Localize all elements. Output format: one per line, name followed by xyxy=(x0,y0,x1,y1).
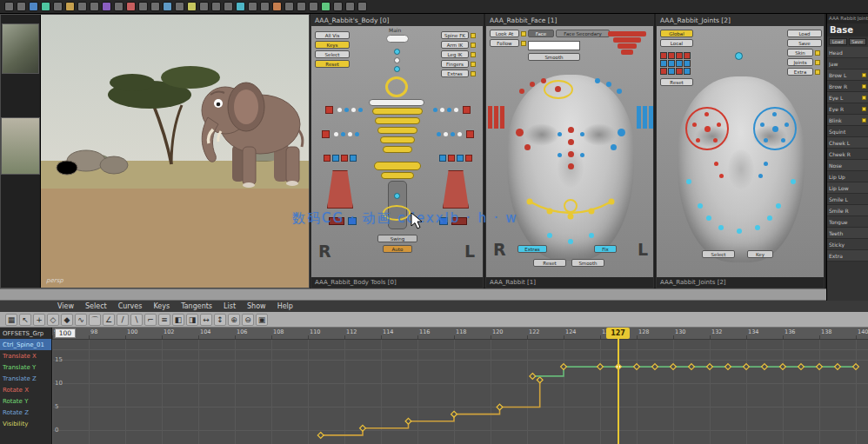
checkbox-icon[interactable] xyxy=(471,52,476,57)
jaw-joint[interactable] xyxy=(686,179,691,184)
joint-swatch[interactable] xyxy=(660,68,667,75)
joints-picker-canvas[interactable]: GlobalLocal Reset LoadSave SkinJointsExt… xyxy=(657,26,824,277)
finger-control[interactable] xyxy=(324,155,331,162)
reset-button[interactable]: Reset xyxy=(315,60,350,68)
joint-swatch[interactable] xyxy=(668,52,675,59)
face-picker-canvas[interactable]: Look AtFollow Face Face Secondary Smooth xyxy=(486,26,653,277)
channel-row[interactable]: Brow L xyxy=(827,70,868,81)
smile-joint-right[interactable] xyxy=(764,162,768,166)
picker-text-field[interactable] xyxy=(528,41,580,50)
follow-button[interactable]: Follow xyxy=(490,39,526,47)
translate-channel-curve[interactable] xyxy=(532,367,856,376)
channel-row[interactable]: Blink xyxy=(827,115,868,126)
menu-curves[interactable]: Curves xyxy=(118,302,143,310)
picker-title-bar[interactable]: AAA_Rabbit_Face [1] xyxy=(486,15,653,26)
shelf-icon-18[interactable] xyxy=(211,2,221,11)
keyframe-diamond[interactable] xyxy=(853,364,859,370)
keyframe-diamond[interactable] xyxy=(652,364,658,370)
keyframe-diamond[interactable] xyxy=(537,377,543,383)
channel-row[interactable]: Sticky xyxy=(827,239,868,250)
shelf-icon-17[interactable] xyxy=(199,2,209,11)
channel-row[interactable]: Brow R xyxy=(827,81,868,92)
shelf-icon-24[interactable] xyxy=(284,2,294,11)
keyframe-diamond[interactable] xyxy=(497,404,503,410)
cheek-joint-left[interactable] xyxy=(704,112,709,116)
frame-all-icon[interactable]: ▣ xyxy=(256,314,268,326)
cheek-joint-left[interactable] xyxy=(692,123,697,127)
tail-tip-control[interactable] xyxy=(394,193,400,199)
spine-control-3[interactable] xyxy=(377,127,417,134)
region-left-icon[interactable]: ◧ xyxy=(172,314,184,326)
spine-control-1[interactable] xyxy=(372,108,423,115)
extras-button[interactable]: Extras xyxy=(441,70,476,77)
shelf-icon-26[interactable] xyxy=(309,2,318,11)
shelf-icon-2[interactable] xyxy=(17,2,26,11)
jaw-control[interactable] xyxy=(589,233,594,238)
shelf-icon-30[interactable] xyxy=(357,2,367,11)
joint-swatch[interactable] xyxy=(676,68,683,75)
shelf-icon-5[interactable] xyxy=(53,2,63,11)
shelf-icon-28[interactable] xyxy=(333,2,343,11)
finger-control[interactable] xyxy=(457,155,464,162)
shelf-icon-12[interactable] xyxy=(138,2,148,11)
shelf-icon-20[interactable] xyxy=(236,2,245,11)
elbow-control-left[interactable] xyxy=(322,130,330,138)
save-button[interactable]: Save xyxy=(849,38,867,45)
ear-slider-right[interactable] xyxy=(637,106,641,129)
channel-check-icon[interactable] xyxy=(862,118,866,123)
leg-control-right[interactable] xyxy=(443,170,469,209)
cheek-joint-right[interactable] xyxy=(785,123,789,127)
channel-row[interactable]: Smile R xyxy=(827,205,868,216)
finger-control[interactable] xyxy=(448,155,455,162)
joint-swatch[interactable] xyxy=(660,60,667,67)
grid-icon[interactable]: ▦ xyxy=(5,314,17,326)
cheek-joint-right[interactable] xyxy=(760,123,765,127)
list-icon[interactable]: ≡ xyxy=(158,314,170,326)
smile-joint-right[interactable] xyxy=(758,174,763,178)
tongue-control-3[interactable] xyxy=(618,43,637,49)
channel-check-icon[interactable] xyxy=(862,107,866,111)
ear-slider-right[interactable] xyxy=(643,106,647,129)
outliner-channel[interactable]: Translate X xyxy=(0,350,51,361)
checkbox-icon[interactable] xyxy=(521,41,526,46)
hand-control[interactable] xyxy=(437,132,441,136)
shelf-icon-23[interactable] xyxy=(272,2,282,11)
body-picker-canvas[interactable]: All VisKeysSelectReset Spine FKArm IKLeg… xyxy=(311,26,483,277)
nostril-control[interactable] xyxy=(558,132,562,136)
outliner-channel[interactable]: Rotate X xyxy=(0,384,51,395)
channel-row[interactable]: Eye L xyxy=(827,92,868,103)
joint-swatch[interactable] xyxy=(676,52,683,59)
arm-fk-control[interactable] xyxy=(433,108,437,112)
finger-control[interactable] xyxy=(332,155,339,162)
upper-spine-control[interactable] xyxy=(369,99,424,106)
slope-up-icon[interactable]: / xyxy=(117,314,129,326)
elbow-control-right[interactable] xyxy=(466,130,474,138)
look-at-button[interactable]: Look At xyxy=(490,30,526,37)
animation-curves[interactable] xyxy=(52,340,868,444)
cheek-joint-right[interactable] xyxy=(764,138,768,142)
keyframe-diamond[interactable] xyxy=(405,418,411,424)
checkbox-icon[interactable] xyxy=(471,62,476,67)
shelf-icon-19[interactable] xyxy=(224,2,233,11)
keyframe-diamond[interactable] xyxy=(530,374,536,380)
pelvis-control[interactable] xyxy=(381,172,414,179)
picker-title-bar[interactable]: AAA_Rabbit's_Body [0] xyxy=(311,15,483,26)
neck-control[interactable] xyxy=(394,57,400,63)
reset-button[interactable]: Reset xyxy=(660,78,693,86)
keyframe-diamond[interactable] xyxy=(671,364,677,370)
channel-row[interactable]: Tongue xyxy=(827,216,868,228)
chest-control[interactable] xyxy=(385,76,408,97)
nose-control[interactable] xyxy=(568,151,574,157)
neck-control[interactable] xyxy=(394,66,400,72)
all-vis-button[interactable]: All Vis xyxy=(315,31,350,39)
checkbox-icon[interactable] xyxy=(471,71,476,76)
key-button[interactable]: Key xyxy=(747,250,773,258)
smile-joint-left[interactable] xyxy=(719,174,724,178)
channel-row[interactable]: Jaw xyxy=(827,58,868,70)
keyframe-diamond[interactable] xyxy=(780,364,786,370)
channel-row[interactable]: Nose xyxy=(827,160,868,171)
shoulder-control-right[interactable] xyxy=(463,106,471,114)
picker-footer-tab[interactable]: AAA_Rabbit [1] xyxy=(486,277,653,288)
chin-joint[interactable] xyxy=(767,215,772,221)
menu-help[interactable]: Help xyxy=(277,302,293,310)
